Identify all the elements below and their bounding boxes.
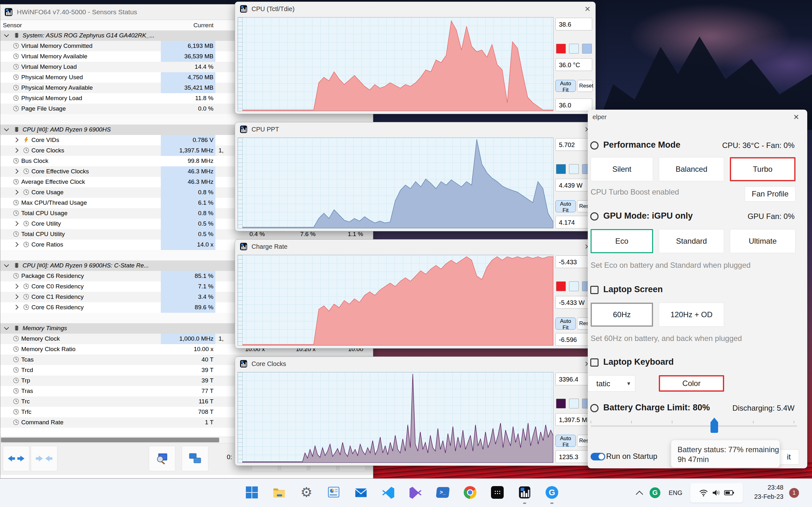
slider-tick: [753, 421, 754, 424]
hwinfo-app-icon: [240, 5, 248, 13]
chevron-down-icon: ▼: [626, 376, 631, 392]
screen-capture-button[interactable]: [149, 446, 175, 471]
taskbar-icon-system-monitor[interactable]: [326, 485, 341, 500]
graph-window-title-bar[interactable]: CPU PPT: [235, 122, 595, 136]
background-color-swatch[interactable]: [569, 399, 579, 408]
mode-balanced-button[interactable]: Balanced: [659, 157, 724, 181]
collapse-chevron-icon[interactable]: [4, 126, 9, 131]
keyboard-color-button[interactable]: Color: [659, 375, 724, 392]
series-color-swatch[interactable]: [556, 281, 566, 291]
quit-button[interactable]: it: [779, 449, 799, 464]
column-current[interactable]: Current: [161, 22, 213, 29]
expand-chevron-icon[interactable]: [14, 169, 19, 174]
expand-chevron-icon[interactable]: [14, 242, 19, 247]
collapse-chevron-icon[interactable]: [4, 262, 9, 268]
taskbar-icon-start[interactable]: [244, 485, 259, 500]
sensor-current-value: 77 T: [161, 388, 215, 395]
gpu-eco-button[interactable]: Eco: [591, 229, 653, 253]
background-color-swatch[interactable]: [569, 281, 579, 291]
keyboard-backlight-dropdown[interactable]: tatic ▼: [588, 375, 635, 392]
collapse-chevron-icon[interactable]: [4, 325, 9, 330]
tray-clock[interactable]: 23:48 23-Feb-23: [745, 483, 783, 501]
auto-fit-button[interactable]: Auto Fit: [555, 435, 576, 447]
screen-icon: [590, 286, 599, 294]
expand-chevron-icon[interactable]: [14, 190, 19, 195]
background-color-swatch[interactable]: [569, 164, 579, 174]
battery-limit-heading: Battery Charge Limit: 80%: [603, 403, 710, 412]
column-sensor[interactable]: Sensor: [3, 22, 22, 29]
gauge-icon: [13, 377, 19, 383]
mode-turbo-button[interactable]: Turbo: [730, 157, 796, 181]
taskbar-icon-remote-app[interactable]: [490, 485, 505, 500]
graph-window: Core Clocks×3396.41,397.5 MHzAuto FitRes…: [235, 356, 596, 466]
auto-fit-button[interactable]: Auto Fit: [555, 80, 576, 92]
taskbar-icon-visual-studio[interactable]: [408, 485, 423, 500]
series-color-swatch[interactable]: [556, 399, 566, 408]
graph-window-title-bar[interactable]: CPU (Tctl/Tdie): [235, 2, 595, 16]
slider-tick: [672, 421, 672, 424]
graph-min-value: 4.174: [555, 216, 592, 228]
battery-limit-slider-handle[interactable]: [711, 418, 718, 433]
taskbar-icon-vscode[interactable]: [380, 485, 396, 500]
expand-chevron-icon[interactable]: [14, 284, 19, 289]
grid-color-swatch[interactable]: [582, 44, 592, 54]
auto-fit-button[interactable]: Auto Fit: [555, 200, 576, 212]
notification-badge[interactable]: 1: [789, 488, 799, 498]
gpu-ultimate-button[interactable]: Ultimate: [730, 229, 796, 253]
background-color-swatch[interactable]: [569, 44, 579, 54]
tray-language-indicator[interactable]: ENG: [669, 489, 682, 497]
remote-monitoring-button[interactable]: [182, 446, 208, 471]
taskbar-icon-settings[interactable]: ⚙: [299, 485, 314, 500]
taskbar-icon-chrome[interactable]: [462, 485, 478, 500]
tray-grammarly-icon[interactable]: G: [650, 487, 660, 498]
tooltip-line-2: 9h 47min: [677, 454, 780, 464]
expand-chevron-icon[interactable]: [14, 148, 19, 153]
reset-button[interactable]: Reset: [577, 80, 593, 92]
gauge-icon: [13, 84, 19, 91]
expand-columns-button[interactable]: [3, 446, 30, 471]
tray-time: 23:48: [745, 483, 783, 492]
gauge-icon: [23, 168, 29, 174]
graph-window-title-bar[interactable]: Charge Rate: [235, 239, 595, 253]
close-icon[interactable]: ×: [585, 3, 590, 15]
sensor-current-value: 46.3 MHz: [161, 166, 215, 177]
mode-silent-button[interactable]: Silent: [591, 157, 653, 181]
close-icon[interactable]: ×: [793, 112, 799, 122]
taskbar-icon-ghelper[interactable]: G: [544, 485, 560, 500]
sensor-min-value-partial: 1,: [218, 147, 223, 154]
expand-chevron-icon[interactable]: [14, 221, 19, 226]
graph-current-value: 36.0 °C: [555, 58, 592, 71]
collapse-columns-button[interactable]: [31, 446, 57, 471]
graph-min-value: 36.0: [555, 99, 592, 111]
gauge-icon: [13, 231, 19, 237]
gauge-icon: [13, 409, 19, 415]
tray-quick-settings[interactable]: [690, 483, 743, 503]
gpu-standard-button[interactable]: Standard: [659, 229, 724, 253]
expand-chevron-icon[interactable]: [14, 305, 19, 310]
expand-chevron-icon[interactable]: [14, 137, 19, 143]
taskbar-icon-hwinfo[interactable]: [517, 485, 532, 500]
taskbar-icon-file-explorer[interactable]: [271, 485, 287, 500]
scrollbar-thumb[interactable]: [1, 438, 219, 442]
taskbar-icon-powershell[interactable]: >_: [435, 485, 450, 500]
run-on-startup-toggle[interactable]: [591, 453, 605, 460]
ghelper-window-title[interactable]: elper: [593, 113, 606, 121]
gauge-icon: [23, 241, 29, 247]
fan-profile-button[interactable]: Fan Profile: [745, 186, 796, 202]
battery-limit-slider-track[interactable]: [591, 425, 797, 427]
gauge-icon: [13, 388, 19, 394]
screen-60hz-button[interactable]: 60Hz: [591, 302, 653, 327]
screen-120hz-button[interactable]: 120Hz + OD: [659, 302, 724, 327]
collapse-chevron-icon[interactable]: [4, 32, 9, 38]
series-color-swatch[interactable]: [556, 164, 566, 174]
taskbar-icon-mail[interactable]: [353, 485, 368, 500]
graph-scale-ruler: [238, 17, 243, 111]
graph-window-title-bar[interactable]: Core Clocks: [235, 357, 595, 371]
cpu-temp-fan-status: CPU: 36°C - Fan: 0%: [722, 141, 795, 150]
tooltip-line-1: Battery status: 77% remaining: [677, 445, 780, 454]
auto-fit-button[interactable]: Auto Fit: [555, 318, 576, 330]
sensor-current-value: 0.8 %: [161, 187, 215, 198]
gauge-icon: [13, 43, 19, 49]
expand-chevron-icon[interactable]: [14, 294, 19, 299]
series-color-swatch[interactable]: [556, 44, 566, 54]
